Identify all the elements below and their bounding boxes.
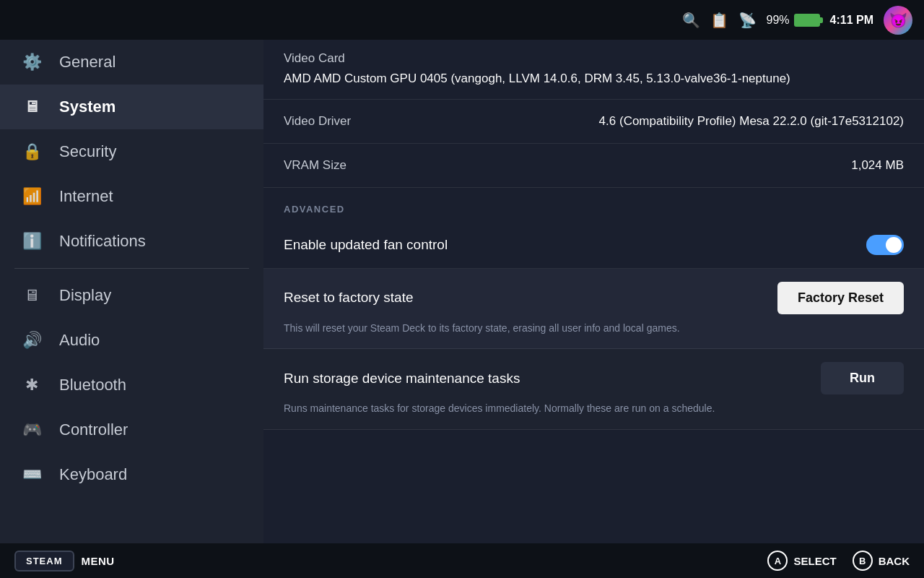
sidebar-item-security[interactable]: 🔒 Security: [0, 129, 263, 174]
display-icon: 🖥: [20, 286, 43, 305]
storage-maintenance-button[interactable]: Run: [821, 362, 904, 394]
factory-reset-top: Reset to factory state Factory Reset: [284, 282, 904, 314]
sidebar-item-controller[interactable]: 🎮 Controller: [0, 407, 263, 452]
vram-label: VRAM Size: [284, 158, 428, 173]
sidebar-label-notifications: Notifications: [59, 232, 146, 251]
audio-icon: 🔊: [20, 331, 43, 350]
sidebar-item-bluetooth[interactable]: ✱ Bluetooth: [0, 363, 263, 407]
video-card-value: AMD AMD Custom GPU 0405 (vangogh, LLVM 1…: [284, 70, 904, 87]
select-label: SELECT: [793, 555, 836, 567]
main-layout: ⚙️ General 🖥 System 🔒 Security 📶 Interne…: [0, 40, 924, 543]
topbar: 🔍 📋 📡 99% 4:11 PM 😈: [0, 0, 924, 40]
fan-control-row: Enable updated fan control: [263, 222, 924, 269]
advanced-section-header: ADVANCED: [263, 188, 924, 222]
lock-icon: 🔒: [20, 142, 43, 161]
sidebar-label-audio: Audio: [59, 331, 100, 350]
video-card-label: Video Card: [284, 51, 904, 66]
factory-reset-desc: This will reset your Steam Deck to its f…: [284, 322, 904, 336]
sidebar-label-general: General: [59, 53, 116, 72]
sidebar-label-controller: Controller: [59, 420, 128, 439]
avatar[interactable]: 😈: [884, 6, 912, 35]
sidebar: ⚙️ General 🖥 System 🔒 Security 📶 Interne…: [0, 40, 263, 543]
wifi-icon: 📶: [20, 187, 43, 206]
monitor-icon: 🖥: [20, 98, 43, 116]
storage-maintenance-row: Run storage device maintenance tasks Run…: [263, 349, 924, 430]
video-driver-label: Video Driver: [284, 114, 428, 129]
sidebar-label-bluetooth: Bluetooth: [59, 376, 126, 394]
storage-maintenance-title: Run storage device maintenance tasks: [284, 371, 520, 387]
vram-value: 1,024 MB: [428, 158, 904, 173]
battery-percent: 99%: [767, 14, 790, 27]
sidebar-item-internet[interactable]: 📶 Internet: [0, 174, 263, 219]
back-action: B BACK: [853, 551, 910, 571]
sidebar-item-keyboard[interactable]: ⌨️ Keyboard: [0, 452, 263, 497]
storage-icon[interactable]: 📋: [710, 12, 728, 29]
info-icon: ℹ️: [20, 232, 43, 251]
bluetooth-icon: ✱: [20, 376, 43, 394]
sidebar-divider: [14, 268, 249, 269]
controller-icon: 🎮: [20, 420, 43, 439]
bottombar: STEAM MENU A SELECT B BACK: [0, 543, 924, 578]
cast-icon[interactable]: 📡: [738, 12, 757, 29]
sidebar-item-general[interactable]: ⚙️ General: [0, 40, 263, 85]
gear-icon: ⚙️: [20, 53, 43, 72]
steam-button[interactable]: STEAM: [14, 551, 74, 571]
content-area: Video Card AMD AMD Custom GPU 0405 (vang…: [263, 40, 924, 543]
fan-control-label: Enable updated fan control: [284, 237, 448, 253]
sidebar-label-display: Display: [59, 286, 111, 305]
fan-control-toggle[interactable]: [866, 235, 904, 255]
storage-maintenance-top: Run storage device maintenance tasks Run: [284, 362, 904, 394]
vram-row: VRAM Size 1,024 MB: [263, 144, 924, 188]
sidebar-label-security: Security: [59, 142, 116, 161]
factory-reset-row: Reset to factory state Factory Reset Thi…: [263, 269, 924, 350]
factory-reset-button[interactable]: Factory Reset: [777, 282, 904, 314]
select-action: A SELECT: [767, 551, 836, 571]
factory-reset-title: Reset to factory state: [284, 290, 414, 306]
storage-maintenance-desc: Runs maintenance tasks for storage devic…: [284, 402, 904, 416]
sidebar-label-system: System: [59, 98, 116, 116]
bottom-left: STEAM MENU: [14, 551, 115, 571]
battery-status: 99%: [767, 14, 820, 27]
back-key-circle: B: [853, 551, 873, 571]
clock: 4:11 PM: [830, 14, 873, 27]
sidebar-item-display[interactable]: 🖥 Display: [0, 273, 263, 318]
sidebar-item-system[interactable]: 🖥 System: [0, 85, 263, 129]
battery-icon: [794, 14, 820, 27]
back-label: BACK: [879, 555, 910, 567]
sidebar-item-audio[interactable]: 🔊 Audio: [0, 318, 263, 363]
keyboard-icon: ⌨️: [20, 465, 43, 484]
select-key-circle: A: [767, 551, 788, 571]
bottom-actions: A SELECT B BACK: [767, 551, 910, 571]
search-icon[interactable]: 🔍: [682, 12, 700, 29]
sidebar-label-keyboard: Keyboard: [59, 465, 127, 484]
video-driver-value: 4.6 (Compatibility Profile) Mesa 22.2.0 …: [428, 114, 904, 129]
sidebar-item-notifications[interactable]: ℹ️ Notifications: [0, 219, 263, 264]
sidebar-label-internet: Internet: [59, 187, 113, 206]
menu-label: MENU: [82, 555, 115, 567]
video-card-row: Video Card AMD AMD Custom GPU 0405 (vang…: [263, 40, 924, 100]
video-driver-row: Video Driver 4.6 (Compatibility Profile)…: [263, 100, 924, 144]
